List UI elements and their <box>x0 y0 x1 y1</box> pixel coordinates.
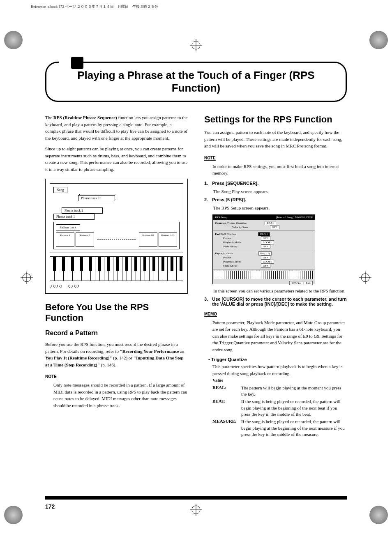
rps-bold: RPS (Realtime Phrase Sequence) <box>53 115 117 120</box>
intro-paragraph-1: The RPS (Realtime Phrase Sequence) funct… <box>45 114 188 141</box>
screen-playback: Playback Mode <box>223 241 260 244</box>
diagram-pattern-100: Pattern 100 <box>159 233 177 247</box>
value-measure-label: MEASURE: <box>212 419 239 438</box>
registration-circle-br <box>369 506 388 524</box>
value-beat-desc: If the song is being played or recorded,… <box>241 398 347 417</box>
memo-text: Pattern parameter, Playback Mode paramet… <box>212 319 347 353</box>
registration-circle-tr <box>369 31 388 49</box>
screen-velsens: Velocity Sens <box>232 226 269 229</box>
step1-desc: The Song Play screen appears. <box>213 189 347 194</box>
step3-number: 3. <box>204 297 208 306</box>
screen-kpattern-val: OFF <box>261 256 270 260</box>
screen-pattern-val: OFF <box>261 236 270 240</box>
record-ref1-page: (p. 142) or <box>112 355 134 360</box>
diagram-keyboard <box>50 256 183 281</box>
section-heading-settings: Settings for the RPS Function <box>204 114 347 125</box>
section-heading-before: Before You Use the RPS Function <box>45 302 188 323</box>
step1-number: 1. <box>204 181 208 186</box>
song-diagram: Song Phrase track 16 Phrase track 15 Phr… <box>45 179 188 294</box>
footer-bar <box>45 496 347 500</box>
screen-pad: Pad <box>215 233 220 236</box>
screen-kbdnote-val: B6(C 2) <box>258 251 272 256</box>
registration-circle-tl <box>4 31 23 49</box>
screen-song-info: [Internal Song ] M=0001 STOP <box>276 216 313 219</box>
diagram-song-label: Song <box>53 187 67 193</box>
right-column: Settings for the RPS Function You can as… <box>204 114 347 439</box>
screen-kmute: Mute Group <box>223 264 260 267</box>
diagram-track2: Phrase track 2 <box>62 207 103 214</box>
step2-text: Press [5 (RPS)]. <box>212 197 347 202</box>
step2-desc: The RPS Setup screen appears. <box>213 205 347 210</box>
note2-text: In order to make RPS settings, you must … <box>212 163 347 177</box>
screen-btn-rps: RPS Sw <box>289 281 303 285</box>
record-ref2-page: (p. 146). <box>100 362 116 367</box>
screenshot-caption: In this screen you can set various param… <box>213 288 347 293</box>
title-box: Playing a Phrase at the Touch of a Finge… <box>45 62 347 102</box>
screen-key: Key <box>215 252 220 255</box>
value-real-label: REAL: <box>212 385 239 398</box>
screen-padnum: PAD Number <box>220 233 257 236</box>
bullet-trigger-desc: This parameter specifies how pattern pla… <box>212 363 347 377</box>
screen-trigger-q: Trigger Quantize <box>227 221 264 225</box>
diagram-dashed-line <box>97 240 136 240</box>
screen-playback-val: LOOP1 <box>261 240 274 244</box>
value-beat-label: BEAT: <box>212 398 239 417</box>
note1-text: Only note messages should be recorded in… <box>53 382 188 409</box>
page-number: 172 <box>45 503 55 510</box>
diagram-track15: Phrase track 15 <box>78 195 115 201</box>
registration-circle-bl <box>4 506 23 524</box>
settings-intro: You can assign a pattern to each note of… <box>204 129 347 150</box>
diagram-pattern-1: Pattern 1 <box>56 233 74 247</box>
screen-kpattern: Pattern <box>223 256 260 259</box>
screen-mute: Mute Group <box>223 245 260 248</box>
value-heading: Value <box>212 377 347 384</box>
value-measure-desc: If the song is being played or recorded,… <box>241 419 347 438</box>
screen-kbdnote: KBD Note <box>221 252 258 255</box>
main-title: Playing a Phrase at the Touch of a Finge… <box>59 69 333 94</box>
screen-kmute-val: OFF <box>261 264 270 268</box>
screen-kplayback: Playback Mode <box>223 260 260 263</box>
sub-heading-record: Record a Pattern <box>45 329 188 337</box>
intro-paragraph-2: Since up to eight patterns can be playin… <box>45 145 188 173</box>
record-pattern-paragraph: Before you use the RPS function, you mus… <box>45 341 188 368</box>
screen-velsens-val: OFF <box>270 225 279 229</box>
screen-kplayback-val: LOOP1 <box>261 260 274 264</box>
diagram-pattern-2: Pattern 2 <box>76 233 94 247</box>
note-icon: NOTE <box>45 374 57 379</box>
screen-title: RPS Setup <box>215 216 227 219</box>
diagram-pattern-99: Pattern 99 <box>139 233 157 247</box>
value-real-desc: The pattern will begin playing at the mo… <box>241 385 347 398</box>
diagram-pattern-track: Pattern track <box>56 224 80 230</box>
diagram-track1: Phrase track 1 <box>53 214 95 220</box>
bullet-trigger-quantize: • Trigger Quantize <box>208 357 347 362</box>
note2-icon: NOTE <box>204 156 216 161</box>
screen-common: Common <box>215 221 226 225</box>
header-filename-info: Reference_e.book 172 ページ ２００３年７月１４日 月曜日 … <box>31 4 158 9</box>
left-column: The RPS (Realtime Phrase Sequence) funct… <box>45 114 188 439</box>
step2-number: 2. <box>204 197 208 202</box>
screen-pattern: Pattern <box>223 237 260 240</box>
step1-text: Press [SEQUENCER]. <box>212 181 347 186</box>
step3-text: Use [CURSOR] to move the cursor to each … <box>212 297 347 306</box>
screen-padnum-val: PAD 1 <box>258 232 270 236</box>
memo-icon: MEMO <box>204 312 217 317</box>
screen-trigger-q-val: REAL <box>265 221 276 225</box>
screen-mini-keyboard <box>214 271 314 279</box>
screen-btn-exit: Exit <box>304 281 313 285</box>
screen-mute-val: OFF <box>261 244 270 249</box>
rps-setup-screenshot: RPS Setup [Internal Song ] M=0001 STOP C… <box>212 214 315 284</box>
